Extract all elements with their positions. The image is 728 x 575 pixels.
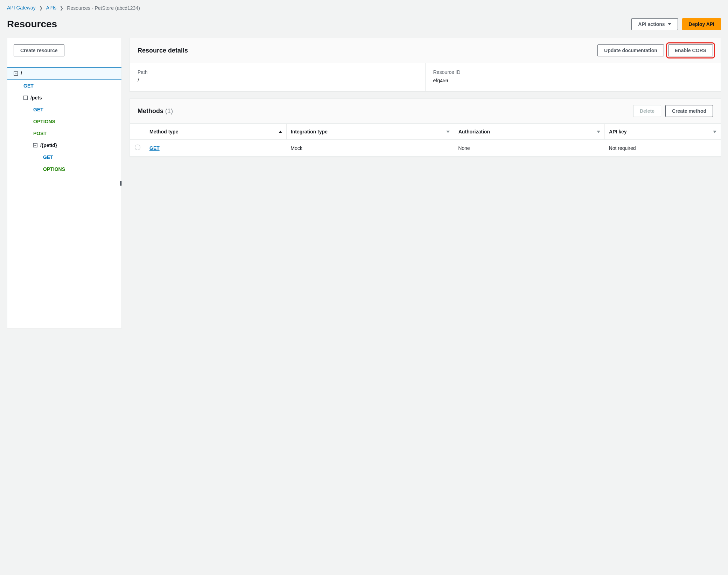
- breadcrumb: API Gateway ❯ APIs ❯ Resources - PetStor…: [7, 5, 721, 11]
- tree-label: /{petId}: [40, 141, 57, 149]
- breadcrumb-current: Resources - PetStore (abcd1234): [67, 5, 140, 11]
- tree-node-root[interactable]: − /: [7, 67, 121, 80]
- chevron-right-icon: ❯: [39, 6, 43, 11]
- tree-label: /pets: [30, 94, 42, 102]
- breadcrumb-link-api-gateway[interactable]: API Gateway: [7, 5, 36, 11]
- collapse-icon[interactable]: −: [23, 96, 28, 100]
- row-select-radio[interactable]: [135, 145, 140, 150]
- select-all-header: [130, 124, 145, 140]
- sort-icon: [713, 131, 716, 133]
- tree-node-petid[interactable]: − /{petId}: [7, 139, 121, 151]
- breadcrumb-link-apis[interactable]: APIs: [46, 5, 57, 11]
- cell-integration-type: Mock: [286, 140, 454, 157]
- tree-method-get[interactable]: GET: [7, 104, 121, 116]
- method-label: POST: [33, 130, 47, 137]
- api-actions-label: API actions: [638, 21, 665, 28]
- methods-title: Methods: [138, 108, 163, 115]
- col-label: Method type: [149, 129, 178, 134]
- caret-down-icon: [668, 23, 671, 25]
- col-method-type[interactable]: Method type: [145, 124, 286, 140]
- api-actions-button[interactable]: API actions: [631, 18, 678, 30]
- update-documentation-button[interactable]: Update documentation: [597, 44, 664, 56]
- resource-id-label: Resource ID: [433, 69, 713, 75]
- resource-tree-sidebar: Create resource − / GET − /pets GET: [7, 38, 122, 328]
- resource-details-title: Resource details: [138, 47, 188, 54]
- tree-method-options[interactable]: OPTIONS: [7, 163, 121, 175]
- collapse-icon[interactable]: −: [33, 143, 37, 147]
- methods-panel: Methods (1) Delete Create method: [130, 98, 721, 157]
- methods-table: Method type Integration type: [130, 124, 721, 157]
- tree-node-pets[interactable]: − /pets: [7, 92, 121, 104]
- path-value: /: [138, 78, 418, 83]
- resource-id-value: efg456: [433, 78, 713, 83]
- sort-icon: [597, 131, 600, 133]
- tree-label: /: [21, 70, 22, 77]
- tree-method-get[interactable]: GET: [7, 80, 121, 92]
- table-row[interactable]: GET Mock None Not required: [130, 140, 721, 157]
- method-label: GET: [43, 153, 53, 161]
- col-authorization[interactable]: Authorization: [454, 124, 604, 140]
- cell-api-key: Not required: [605, 140, 721, 157]
- method-type-link[interactable]: GET: [149, 145, 160, 151]
- resize-handle-icon[interactable]: [120, 180, 124, 186]
- col-label: API key: [609, 129, 627, 134]
- tree-method-get[interactable]: GET: [7, 151, 121, 163]
- col-integration-type[interactable]: Integration type: [286, 124, 454, 140]
- tree-method-post[interactable]: POST: [7, 127, 121, 139]
- resource-tree: − / GET − /pets GET OPTIONS POST: [7, 63, 121, 175]
- resource-details-panel: Resource details Update documentation En…: [130, 38, 721, 91]
- method-label: OPTIONS: [43, 165, 65, 173]
- delete-method-button[interactable]: Delete: [633, 105, 661, 117]
- col-label: Authorization: [458, 129, 490, 134]
- col-label: Integration type: [291, 129, 328, 134]
- chevron-right-icon: ❯: [60, 6, 63, 11]
- method-label: GET: [33, 106, 43, 113]
- sort-icon: [446, 131, 450, 133]
- create-method-button[interactable]: Create method: [665, 105, 713, 117]
- method-label: GET: [23, 82, 34, 90]
- collapse-icon[interactable]: −: [14, 71, 18, 76]
- tree-method-options[interactable]: OPTIONS: [7, 116, 121, 127]
- create-resource-button[interactable]: Create resource: [14, 44, 64, 56]
- cell-authorization: None: [454, 140, 604, 157]
- col-api-key[interactable]: API key: [605, 124, 721, 140]
- deploy-api-button[interactable]: Deploy API: [682, 18, 721, 30]
- sort-asc-icon: [279, 131, 282, 133]
- page-title: Resources: [7, 19, 57, 30]
- enable-cors-button[interactable]: Enable CORS: [668, 44, 713, 56]
- method-label: OPTIONS: [33, 118, 55, 125]
- methods-count: (1): [165, 108, 173, 115]
- path-label: Path: [138, 69, 418, 75]
